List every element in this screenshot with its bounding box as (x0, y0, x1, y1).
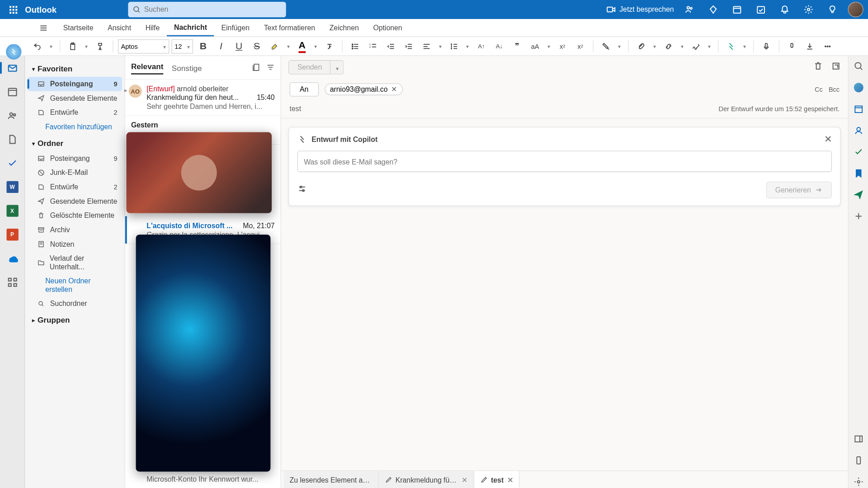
indent-icon[interactable] (401, 38, 416, 54)
favorites-head[interactable]: ▾Favoriten (28, 60, 123, 77)
bell-icon[interactable] (776, 1, 793, 18)
tab-text-formatieren[interactable]: Text formatieren (257, 19, 322, 36)
outdent-icon[interactable] (383, 38, 398, 54)
hamburger-icon[interactable] (36, 20, 51, 35)
folder-sent-fav[interactable]: Gesendete Elemente (28, 91, 123, 106)
close-tab-icon[interactable]: ✕ (462, 475, 467, 483)
copilot-input-wrap[interactable] (297, 150, 832, 172)
folder-archive[interactable]: Archiv (28, 223, 123, 237)
subscript-icon[interactable]: x2 (555, 38, 570, 54)
copilot-dropdown[interactable] (741, 38, 749, 54)
folder-search[interactable]: Suchordner (28, 296, 123, 311)
undo-icon[interactable] (30, 38, 45, 54)
close-icon[interactable]: ✕ (824, 133, 832, 145)
search-input[interactable] (144, 5, 281, 14)
underline-button[interactable]: U (231, 38, 246, 54)
my-day-icon[interactable] (753, 1, 769, 18)
attach-icon[interactable] (633, 38, 649, 54)
select-mode-icon[interactable] (252, 63, 260, 74)
superscript-icon[interactable]: x2 (573, 38, 588, 54)
bcc-button[interactable]: Bcc (829, 86, 840, 93)
send-button[interactable]: Senden (288, 60, 331, 75)
quote-icon[interactable]: ❞ (509, 38, 525, 54)
gear-icon[interactable] (800, 1, 817, 18)
rail-excel-icon[interactable]: X (4, 202, 21, 219)
rail-more-apps-icon[interactable] (4, 274, 21, 291)
folder-sent[interactable]: Gesendete Elemente (28, 194, 123, 209)
folder-junk[interactable]: Junk-E-Mail (28, 165, 123, 180)
rail-files-icon[interactable] (4, 131, 21, 148)
change-case-icon[interactable]: aA (527, 38, 542, 54)
highlight-icon[interactable] (267, 38, 282, 54)
paste-dropdown[interactable] (83, 38, 90, 54)
styles-dropdown[interactable] (616, 38, 623, 54)
calendar-day-icon[interactable] (729, 1, 745, 18)
close-tab-icon[interactable]: ✕ (507, 475, 513, 483)
rr-copilot-icon[interactable] (852, 81, 865, 94)
link-icon[interactable] (661, 38, 676, 54)
font-color-dropdown[interactable] (312, 38, 320, 54)
font-color-icon[interactable]: A (294, 38, 310, 54)
adjust-icon[interactable] (297, 184, 307, 196)
format-painter-icon[interactable] (92, 38, 108, 54)
generate-button[interactable]: Generieren (766, 182, 832, 198)
rail-people-icon[interactable] (4, 107, 21, 124)
popout-icon[interactable] (831, 61, 841, 73)
cc-button[interactable]: Cc (815, 86, 823, 93)
rr-contact-icon[interactable] (852, 124, 865, 137)
tab-zeichnen[interactable]: Zeichnen (322, 19, 366, 36)
tab-hilfe[interactable]: Hilfe (138, 19, 167, 36)
tab-optionen[interactable]: Optionen (366, 19, 410, 36)
teams-icon[interactable] (681, 1, 698, 18)
diamond-icon[interactable] (705, 1, 722, 18)
message-item[interactable]: ▸ AO [Entwurf] arnold oberleiter Krankme… (125, 80, 281, 116)
folder-drafts-fav[interactable]: Entwürfe 2 (28, 105, 123, 120)
msglist-tab-sonstige[interactable]: Sonstige (172, 64, 202, 73)
tab-einfuegen[interactable]: Einfügen (214, 19, 257, 36)
to-button[interactable]: An (290, 82, 319, 97)
mic2-icon[interactable] (784, 38, 799, 54)
rr-send-icon[interactable] (852, 188, 865, 201)
rail-calendar-icon[interactable] (4, 84, 21, 100)
styles-icon[interactable] (598, 38, 613, 54)
msglist-tab-relevant[interactable]: Relevant (131, 62, 163, 75)
rr-phone-icon[interactable] (852, 454, 865, 467)
align-dropdown[interactable] (437, 38, 444, 54)
filter-icon[interactable] (266, 63, 274, 74)
font-size-select[interactable]: 12 (172, 39, 193, 53)
tab-nachricht[interactable]: Nachricht (167, 19, 214, 36)
clear-formatting-icon[interactable] (322, 38, 337, 54)
reading-tab[interactable]: Krankmeldung für ... ✕ (379, 471, 474, 488)
signature-dropdown[interactable] (706, 38, 713, 54)
search-box[interactable] (128, 2, 286, 17)
rr-add-icon[interactable] (852, 210, 865, 223)
rr-bookmark-icon[interactable] (852, 167, 865, 180)
folder-drafts[interactable]: Entwürfe2 (28, 180, 123, 194)
app-launcher-icon[interactable] (5, 1, 22, 18)
rr-search-icon[interactable] (852, 60, 865, 73)
font-select[interactable]: Aptos (118, 39, 169, 53)
folder-inbox[interactable]: Posteingang9 (28, 151, 123, 166)
signature-icon[interactable] (688, 38, 703, 54)
ordner-head[interactable]: ▾Ordner (28, 134, 123, 151)
subject-input[interactable]: test (290, 105, 301, 113)
rr-settings-icon[interactable] (852, 475, 865, 488)
more-icon[interactable] (820, 38, 835, 54)
attach-dropdown[interactable] (651, 38, 659, 54)
align-icon[interactable] (419, 38, 434, 54)
send-split-button[interactable]: Senden (288, 60, 344, 75)
gruppen-head[interactable]: ▸Gruppen (28, 311, 123, 328)
lightbulb-icon[interactable] (824, 1, 841, 18)
paste-icon[interactable] (65, 38, 80, 54)
spacing-dropdown[interactable] (464, 38, 472, 54)
undo-dropdown[interactable] (47, 38, 55, 54)
discard-icon[interactable] (813, 61, 823, 73)
user-avatar[interactable] (848, 2, 863, 17)
rr-panel-icon[interactable] (852, 432, 865, 446)
italic-button[interactable]: I (213, 38, 229, 54)
case-dropdown[interactable] (545, 38, 552, 54)
folder-deleted[interactable]: Gelöschte Elemente (28, 208, 123, 223)
new-folder-link[interactable]: Neuen Ordner erstellen (28, 274, 123, 296)
copilot-prompt-input[interactable] (304, 158, 825, 166)
rail-onedrive-icon[interactable] (4, 250, 21, 267)
